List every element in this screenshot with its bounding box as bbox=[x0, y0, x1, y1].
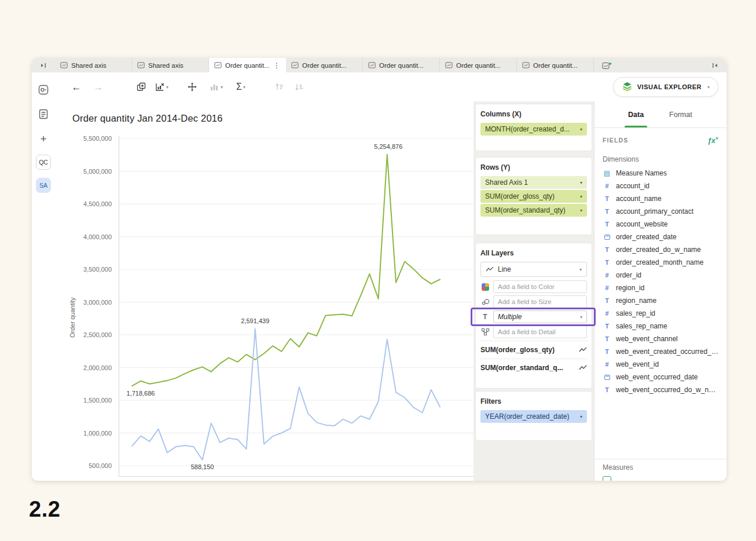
series-line-1[interactable] bbox=[132, 329, 440, 460]
size-field-input[interactable] bbox=[493, 295, 587, 308]
tab-format[interactable]: Format bbox=[669, 101, 692, 127]
app-window: Shared axis ⋮ Shared axis ⋮ Order quanti bbox=[32, 58, 726, 481]
field-item[interactable]: order_created_do_w_name bbox=[594, 243, 726, 256]
columns-shelf-title: Columns (X) bbox=[480, 110, 587, 118]
field-item[interactable]: web_event_occurred_date bbox=[594, 371, 726, 383]
aggregate-button[interactable]: Σ ▾ bbox=[233, 79, 248, 95]
field-item[interactable]: sales_rep_name bbox=[594, 320, 726, 332]
page-chart-icon bbox=[522, 61, 530, 69]
add-element-button[interactable] bbox=[134, 79, 149, 95]
add-formula-icon[interactable]: ƒx+ bbox=[707, 136, 718, 145]
rows-field-pill[interactable]: SUM(order_standard_qty) ▾ bbox=[480, 204, 587, 217]
chevron-down-icon: ▾ bbox=[579, 267, 582, 272]
text-encoding-icon: T bbox=[480, 313, 490, 321]
field-type-icon bbox=[603, 207, 611, 216]
data-label: 1,718,686 bbox=[127, 390, 155, 397]
tab-data[interactable]: Data bbox=[628, 101, 644, 127]
field-type-icon bbox=[603, 246, 611, 254]
field-item[interactable]: account_website bbox=[594, 218, 726, 231]
field-type-icon bbox=[603, 220, 611, 229]
y-tick-label: 4,500,000 bbox=[55, 200, 112, 208]
layer-measure-row[interactable]: SUM(order_standard_q... bbox=[479, 359, 588, 376]
workbook-tab[interactable]: Order quantit... ⋮ bbox=[363, 58, 440, 72]
field-item[interactable]: account_id bbox=[594, 180, 726, 192]
workbook-tab[interactable]: Shared axis ⋮ bbox=[55, 58, 132, 72]
field-item[interactable]: web_event_channel bbox=[594, 332, 726, 345]
add-page-button[interactable] bbox=[594, 58, 619, 72]
line-chart-svg: 1,718,686588,1502,591,4395,254,876 bbox=[119, 136, 474, 481]
text-field-select[interactable]: Multiple ▾ bbox=[493, 310, 587, 323]
measures-section: Measures bbox=[594, 459, 726, 481]
swap-axes-icon bbox=[187, 82, 197, 92]
forward-button[interactable]: → bbox=[91, 79, 106, 95]
y-tick-label: 5,000,000 bbox=[55, 167, 112, 176]
field-item[interactable]: order_id bbox=[594, 269, 726, 282]
swap-axes-button[interactable] bbox=[185, 79, 200, 95]
add-element-icon bbox=[136, 82, 146, 92]
field-item[interactable]: web_event_occurred_do_w_name bbox=[594, 383, 726, 396]
shared-axis-pill[interactable]: Shared Axis 1 ▾ bbox=[480, 176, 587, 189]
field-item[interactable]: order_created_date bbox=[594, 231, 726, 243]
visual-config-panel: Columns (X) MONTH(order_created_d... ▾ R… bbox=[474, 101, 594, 481]
y-tick-label: 2,000,000 bbox=[55, 364, 112, 372]
field-item[interactable]: region_id bbox=[594, 282, 726, 294]
chevron-down-icon: ▾ bbox=[707, 85, 710, 90]
measures-label: Measures bbox=[603, 463, 718, 471]
workbook-tab[interactable]: Order quantit... ⋮ bbox=[286, 58, 363, 72]
field-type-icon bbox=[603, 348, 611, 356]
workbook-tab[interactable]: Shared axis ⋮ bbox=[132, 58, 209, 72]
y-tick-label: 3,000,000 bbox=[55, 298, 112, 306]
field-item[interactable]: web_event_created_occurred_na... bbox=[594, 345, 726, 358]
back-button[interactable]: ← bbox=[69, 79, 84, 95]
page-chart-icon bbox=[214, 61, 222, 69]
workbook-tab[interactable]: Order quantit... ⋮ bbox=[440, 58, 517, 72]
workbook-tab[interactable]: Order quantit... ⋮ bbox=[209, 58, 286, 72]
series-line-0[interactable] bbox=[132, 155, 440, 386]
sort-ascending-button[interactable] bbox=[271, 79, 287, 95]
data-label: 2,591,439 bbox=[241, 317, 269, 324]
detail-field-input[interactable] bbox=[493, 326, 587, 338]
scroll-tabs-icon[interactable] bbox=[703, 58, 726, 72]
field-type-icon bbox=[603, 335, 611, 343]
data-label: 588,150 bbox=[191, 463, 214, 470]
field-item[interactable]: region_name bbox=[594, 294, 726, 307]
columns-shelf: Columns (X) MONTH(order_created_d... ▾ bbox=[476, 104, 592, 151]
dimensions-list: Measure Names account_id account_name ac… bbox=[594, 167, 726, 396]
rows-field-pill[interactable]: SUM(order_gloss_qty) ▾ bbox=[480, 190, 587, 203]
y-tick-label: 1,500,000 bbox=[55, 396, 112, 404]
chevron-down-icon: ▾ bbox=[580, 180, 582, 185]
field-item[interactable]: Measure Names bbox=[594, 167, 726, 180]
grouping-button[interactable]: ▾ bbox=[208, 79, 224, 95]
color-field-input[interactable] bbox=[493, 280, 587, 293]
workbook-tab[interactable]: Order quantit... ⋮ bbox=[517, 58, 594, 72]
mark-type-select[interactable]: Line ▾ bbox=[480, 262, 587, 277]
columns-field-pill[interactable]: MONTH(order_created_d... ▾ bbox=[480, 123, 587, 136]
layer-measure-row[interactable]: SUM(order_gloss_qty) bbox=[479, 341, 588, 359]
media-element-icon[interactable] bbox=[35, 82, 52, 98]
clear-visual-button[interactable]: ▾ bbox=[153, 79, 170, 95]
sort-descending-button[interactable] bbox=[291, 79, 306, 95]
field-type-icon bbox=[603, 258, 611, 267]
tab-menu-icon[interactable]: ⋮ bbox=[273, 62, 280, 69]
sigma-icon: Σ bbox=[236, 82, 242, 92]
chevron-down-icon: ▾ bbox=[580, 414, 582, 419]
element-rail: + QC SA bbox=[32, 72, 55, 481]
add-collaborator-icon[interactable]: + bbox=[35, 130, 52, 147]
visual-explorer-button[interactable]: VISUAL EXPLORER ▾ bbox=[613, 77, 718, 97]
filter-pill[interactable]: YEAR(order_created_date) ▾ bbox=[480, 410, 587, 423]
rows-shelf: Rows (Y) Shared Axis 1 ▾ SUM(order_gloss… bbox=[476, 158, 592, 235]
filters-shelf: Filters YEAR(order_created_date) ▾ bbox=[476, 392, 592, 440]
y-tick-label: 500,000 bbox=[55, 462, 112, 470]
avatar[interactable]: SA bbox=[36, 178, 51, 193]
field-item[interactable]: web_event_id bbox=[594, 358, 726, 371]
field-type-icon bbox=[603, 386, 611, 394]
field-item[interactable]: account_name bbox=[594, 192, 726, 205]
field-item[interactable]: account_primary_contact bbox=[594, 205, 726, 218]
expand-tab-drawer-icon[interactable] bbox=[32, 58, 55, 72]
rows-shelf-title: Rows (Y) bbox=[480, 163, 587, 171]
field-item[interactable]: order_created_month_name bbox=[594, 256, 726, 269]
notebook-element-icon[interactable] bbox=[35, 106, 52, 122]
chevron-down-icon: ▾ bbox=[580, 127, 582, 132]
field-item[interactable]: sales_rep_id bbox=[594, 307, 726, 320]
avatar[interactable]: QC bbox=[36, 155, 51, 170]
